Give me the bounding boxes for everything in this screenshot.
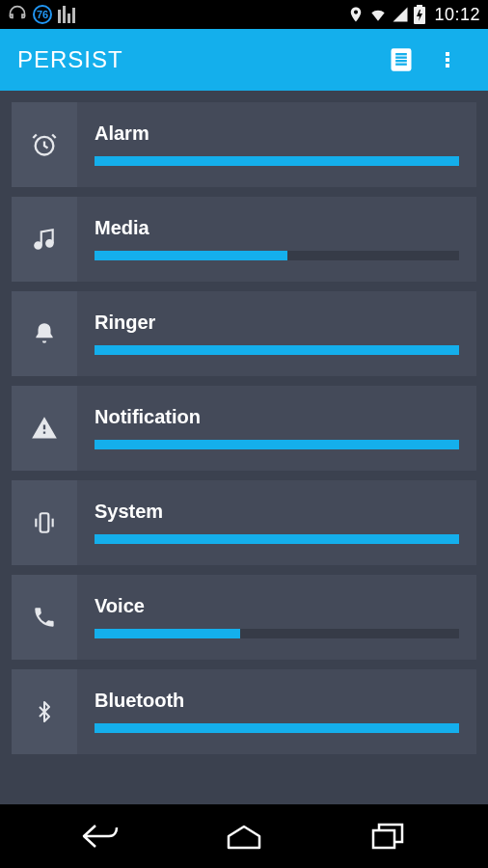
svg-rect-8: [446, 58, 449, 62]
volume-label: Voice: [95, 595, 459, 617]
volume-slider[interactable]: [95, 723, 459, 733]
volume-slider-fill: [95, 629, 240, 638]
volume-body: Ringer: [77, 291, 476, 376]
volume-slider[interactable]: [95, 440, 459, 449]
alarm-icon: [12, 102, 77, 187]
status-bar: 76 10:12: [0, 0, 488, 29]
volume-slider-fill: [95, 534, 459, 544]
list-button[interactable]: [378, 37, 424, 83]
volume-row-system[interactable]: System: [12, 480, 476, 565]
status-time: 10:12: [434, 5, 480, 25]
volume-slider[interactable]: [95, 345, 459, 355]
wifi-icon: [368, 5, 388, 24]
music-icon: [12, 197, 77, 282]
volume-row-alarm[interactable]: Alarm: [12, 102, 476, 187]
overflow-menu-button[interactable]: [424, 37, 471, 83]
volume-row-notification[interactable]: Notification: [12, 386, 476, 471]
volume-slider[interactable]: [95, 251, 459, 260]
svg-rect-7: [446, 52, 449, 56]
volume-row-bluetooth[interactable]: Bluetooth: [12, 669, 476, 754]
app-bar: PERSIST: [0, 29, 488, 91]
signal-icon: [392, 6, 409, 23]
volume-body: Voice: [77, 575, 476, 660]
location-icon: [347, 6, 365, 23]
headphones-icon: [8, 5, 27, 24]
volume-row-ringer[interactable]: Ringer: [12, 291, 476, 376]
svg-rect-1: [417, 5, 422, 7]
equalizer-icon: [58, 6, 75, 23]
svg-rect-16: [373, 830, 394, 848]
volume-list: AlarmMediaRingerNotificationSystemVoiceB…: [0, 91, 488, 804]
volume-body: Bluetooth: [77, 669, 476, 754]
svg-rect-13: [41, 513, 49, 532]
volume-slider-fill: [95, 156, 459, 166]
volume-body: Notification: [77, 386, 476, 471]
volume-row-voice[interactable]: Voice: [12, 575, 476, 660]
svg-point-11: [35, 242, 41, 249]
volume-label: Alarm: [95, 122, 459, 145]
back-button[interactable]: [62, 812, 139, 860]
volume-body: Media: [77, 197, 476, 282]
volume-slider-fill: [95, 723, 459, 733]
bluetooth-icon: [12, 669, 77, 754]
volume-row-media[interactable]: Media: [12, 197, 476, 282]
badge-number-icon: 76: [33, 5, 52, 24]
volume-slider-fill: [95, 440, 459, 449]
app-title: PERSIST: [17, 46, 123, 73]
volume-slider-fill: [95, 251, 287, 260]
call-icon: [12, 575, 77, 660]
volume-body: Alarm: [77, 102, 476, 187]
navigation-bar: [0, 804, 488, 868]
recent-apps-button[interactable]: [349, 812, 426, 860]
volume-slider[interactable]: [95, 534, 459, 544]
volume-label: Notification: [95, 406, 459, 428]
battery-charging-icon: [413, 5, 426, 24]
volume-slider[interactable]: [95, 629, 459, 638]
volume-label: Bluetooth: [95, 690, 459, 712]
volume-label: System: [95, 501, 459, 523]
volume-body: System: [77, 480, 476, 565]
volume-slider[interactable]: [95, 156, 459, 166]
volume-slider-fill: [95, 345, 459, 355]
volume-label: Ringer: [95, 312, 459, 334]
warning-icon: [12, 386, 77, 471]
svg-rect-9: [446, 64, 449, 68]
phone-vibrate-icon: [12, 480, 77, 565]
home-button[interactable]: [205, 812, 283, 860]
bell-icon: [12, 291, 77, 376]
svg-point-12: [46, 240, 52, 247]
volume-label: Media: [95, 217, 459, 239]
